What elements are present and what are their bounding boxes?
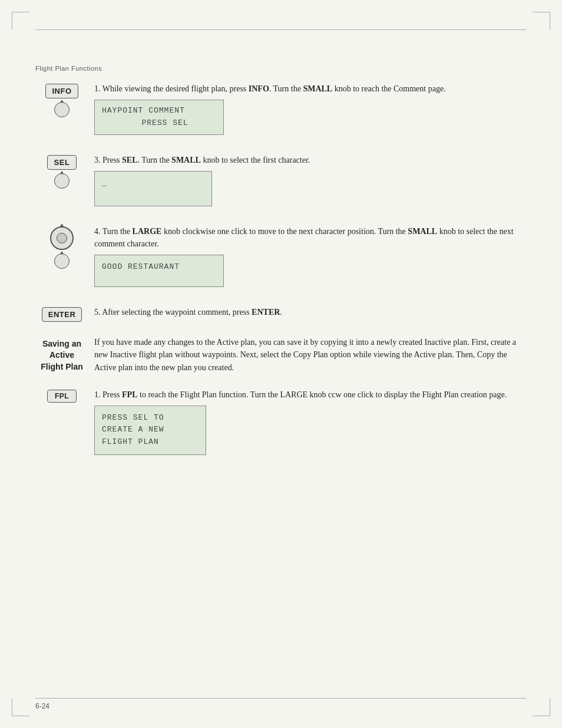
section-label: Flight Plan Functions (35, 65, 527, 72)
step-3-number: 3. (94, 156, 103, 164)
corner-mark-br (533, 699, 550, 716)
saving-step-1-row: FPL 1. Press FPL to reach the Flight Pla… (35, 388, 527, 460)
sel-button: SEL (47, 155, 77, 170)
corner-mark-bl (12, 699, 29, 716)
saving-section-text-col: If you have made any changes to the Acti… (88, 336, 527, 374)
hline-top (35, 29, 527, 30)
screen-saving-1-line3: FLIGHT PLAN (102, 436, 199, 449)
screen-3: _ (94, 171, 212, 206)
saving-step-1-text-col: 1. Press FPL to reach the Flight Plan fu… (88, 388, 527, 460)
enter-button: ENTER (42, 307, 82, 322)
step-3-icon-col: SEL (35, 154, 88, 189)
screen-saving-1: PRESS SEL TO CREATE A NEW FLIGHT PLAN (94, 406, 206, 455)
large-knob-inner-4 (57, 233, 67, 243)
step-5-row: ENTER 5. After selecting the waypoint co… (35, 306, 527, 322)
step-4-row: 4. Turn the LARGE knob clockwise one cli… (35, 225, 527, 292)
saving-section-body: If you have made any changes to the Acti… (94, 336, 527, 374)
step-4-number: 4. (94, 227, 103, 236)
screen-4: GOOD RESTAURANT (94, 255, 224, 287)
screen-3-line1: _ (102, 177, 204, 190)
step-4-text: 4. Turn the LARGE knob clockwise one cli… (94, 225, 527, 250)
saving-section-row: Saving an Active Flight Plan If you have… (35, 336, 527, 374)
knob-combo-4 (50, 226, 74, 269)
main-content: Flight Plan Functions INFO 1. While view… (35, 65, 527, 460)
corner-mark-tl (12, 12, 29, 29)
step-4-icon-col (35, 225, 88, 269)
small-knob-1 (54, 102, 70, 117)
small-knob-4 (54, 253, 70, 269)
step-3-text: 3. Press SEL. Turn the SMALL knob to sel… (94, 154, 527, 166)
step-5-text: 5. After selecting the waypoint comment,… (94, 306, 527, 318)
step-1-text: 1. While viewing the desired flight plan… (94, 83, 527, 95)
step-4-text-col: 4. Turn the LARGE knob clockwise one cli… (88, 225, 527, 292)
saving-step-1-text: 1. Press FPL to reach the Flight Plan fu… (94, 388, 527, 401)
page: Flight Plan Functions INFO 1. While view… (0, 0, 562, 728)
info-button: INFO (45, 84, 78, 98)
saving-section-heading: Saving an Active Flight Plan (41, 338, 83, 373)
step-1-row: INFO 1. While viewing the desired flight… (35, 83, 527, 140)
screen-1: HAYPOINT COMMENT PRESS SEL (94, 100, 224, 135)
fpl-button: FPL (47, 390, 77, 403)
small-knob-3 (54, 173, 70, 189)
screen-saving-1-line1: PRESS SEL TO (102, 412, 199, 424)
step-3-row: SEL 3. Press SEL. Turn the SMALL knob to… (35, 154, 527, 211)
step-5-number: 5. (94, 308, 102, 317)
step-1-number: 1. (94, 84, 103, 93)
corner-mark-tr (533, 12, 550, 29)
step-1-icon-col: INFO (35, 83, 88, 117)
saving-step-1-icon-col: FPL (35, 388, 88, 403)
step-1-text-col: 1. While viewing the desired flight plan… (88, 83, 527, 140)
step-3-text-col: 3. Press SEL. Turn the SMALL knob to sel… (88, 154, 527, 211)
hline-bottom (35, 698, 527, 699)
page-number: 6-24 (35, 702, 49, 710)
large-knob-4 (50, 226, 74, 250)
step-5-text-col: 5. After selecting the waypoint comment,… (88, 306, 527, 318)
saving-step-1-number: 1. (94, 390, 103, 399)
screen-4-line1: GOOD RESTAURANT (102, 261, 216, 274)
screen-1-line2: PRESS SEL (102, 117, 216, 130)
saving-section-icon-col: Saving an Active Flight Plan (35, 336, 88, 373)
screen-saving-1-line2: CREATE A NEW (102, 424, 199, 436)
step-5-icon-col: ENTER (35, 306, 88, 322)
screen-1-line1: HAYPOINT COMMENT (102, 105, 216, 117)
